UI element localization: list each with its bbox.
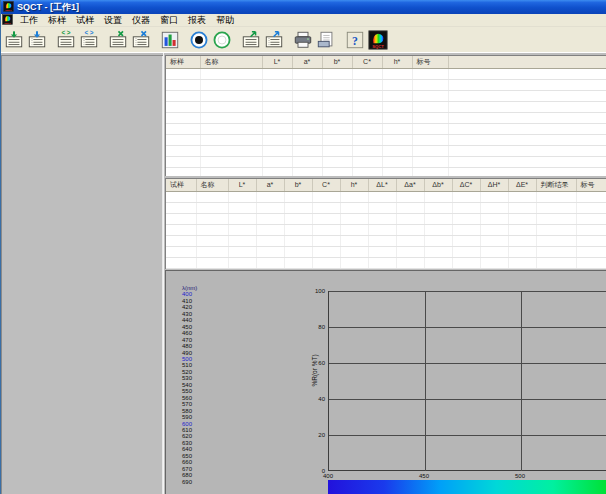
column-header[interactable]: 试样	[166, 179, 196, 191]
edit-standard-icon: < >	[56, 29, 76, 51]
column-header[interactable]: b*	[322, 56, 352, 68]
menu-item-sample[interactable]: 试样	[71, 14, 99, 27]
menu-item-report[interactable]: 报表	[183, 14, 211, 27]
menu-item-window[interactable]: 窗口	[155, 14, 183, 27]
wavelength-list: λ(nm)40041042043044045046047048049050051…	[182, 285, 197, 485]
samples-table: 试样名称L*a*b*C*h*ΔL*Δa*Δb*ΔC*ΔH*ΔE*判断结果标号	[165, 178, 606, 269]
column-header[interactable]: ΔC*	[452, 179, 480, 191]
table-row[interactable]	[166, 235, 606, 246]
column-header[interactable]: a*	[256, 179, 284, 191]
column-header[interactable]: L*	[262, 56, 292, 68]
application-window: SQCT SQCT - [工作1] SQCT 工作标样试样设置仪器窗口报表帮助 …	[0, 0, 606, 494]
add-standard-icon	[4, 29, 24, 51]
title-bar: SQCT SQCT - [工作1]	[1, 0, 606, 14]
wavelength-item[interactable]: 690	[182, 479, 197, 485]
print-preview-button[interactable]	[315, 29, 337, 51]
edit-sample-button[interactable]: < >	[78, 29, 100, 51]
delete-standard-button[interactable]	[107, 29, 129, 51]
measure-standard-icon	[189, 29, 209, 51]
window-title: SQCT - [工作1]	[17, 1, 79, 14]
navigation-panel	[1, 55, 163, 494]
wavelength-gradient-bar	[328, 480, 606, 494]
menu-item-help[interactable]: 帮助	[211, 14, 239, 27]
add-sample-button[interactable]	[26, 29, 48, 51]
edit-standard-button[interactable]: < >	[55, 29, 77, 51]
column-header[interactable]: h*	[382, 56, 412, 68]
column-header[interactable]: C*	[312, 179, 340, 191]
color-bars-button[interactable]	[159, 29, 181, 51]
column-header[interactable]: Δa*	[396, 179, 424, 191]
column-header[interactable]: L*	[228, 179, 256, 191]
delete-standard-icon	[108, 29, 128, 51]
measure-sample-icon	[212, 29, 232, 51]
table-row[interactable]	[166, 101, 606, 112]
column-header[interactable]: h*	[340, 179, 368, 191]
menu-bar: SQCT 工作标样试样设置仪器窗口报表帮助	[1, 14, 606, 27]
export-sample-button[interactable]	[263, 29, 285, 51]
column-header[interactable]: ΔL*	[368, 179, 396, 191]
table-row[interactable]	[166, 257, 606, 268]
column-header[interactable]: 标号	[576, 179, 606, 191]
column-header[interactable]: ΔH*	[480, 179, 508, 191]
menu-item-standard[interactable]: 标样	[43, 14, 71, 27]
menu-item-instrument[interactable]: 仪器	[127, 14, 155, 27]
table-row[interactable]	[166, 123, 606, 134]
menu-item-work[interactable]: 工作	[15, 14, 43, 27]
table-row[interactable]	[166, 145, 606, 156]
toolbar: < > < >	[1, 27, 606, 53]
data-area: 标样名称L*a*b*C*h*标号 试样名称L*a*b*C*h*ΔL*Δa*Δb*…	[163, 53, 606, 494]
menu-item-settings[interactable]: 设置	[99, 14, 127, 27]
help-icon: ?	[345, 29, 365, 51]
export-standard-button[interactable]	[240, 29, 262, 51]
print-icon	[293, 29, 313, 51]
print-button[interactable]	[292, 29, 314, 51]
table-row[interactable]	[166, 90, 606, 101]
column-header[interactable]: C*	[352, 56, 382, 68]
table-row[interactable]	[166, 191, 606, 202]
delete-sample-button[interactable]	[130, 29, 152, 51]
x-tick-label: 450	[419, 473, 429, 479]
svg-text:< >: < >	[61, 29, 70, 36]
y-tick-label: 100	[305, 288, 325, 294]
column-header[interactable]: ΔE*	[508, 179, 536, 191]
column-header[interactable]: 标号	[412, 56, 448, 68]
spectral-panel: λ(nm)40041042043044045046047048049050051…	[165, 270, 606, 494]
standards-table: 标样名称L*a*b*C*h*标号	[165, 55, 606, 176]
column-header[interactable]: Δb*	[424, 179, 452, 191]
measure-sample-button[interactable]	[211, 29, 233, 51]
add-sample-icon	[27, 29, 47, 51]
table-row[interactable]	[166, 68, 606, 79]
table-row[interactable]	[166, 167, 606, 176]
export-standard-icon	[241, 29, 261, 51]
svg-text:SQCT: SQCT	[4, 22, 11, 24]
table-row[interactable]	[166, 224, 606, 235]
table-row[interactable]	[166, 202, 606, 213]
delete-sample-icon	[131, 29, 151, 51]
y-tick-label: 60	[305, 360, 325, 366]
table-row[interactable]	[166, 246, 606, 257]
edit-sample-icon: < >	[79, 29, 99, 51]
column-header-filler	[448, 56, 606, 68]
table-row[interactable]	[166, 79, 606, 90]
table-row[interactable]	[166, 134, 606, 145]
measure-standard-button[interactable]	[188, 29, 210, 51]
column-header[interactable]: 判断结果	[536, 179, 576, 191]
sqct-logo-button[interactable]: SQCT	[367, 29, 389, 51]
x-tick-label: 400	[323, 473, 333, 479]
column-header[interactable]: a*	[292, 56, 322, 68]
color-bars-icon	[160, 29, 180, 51]
table-row[interactable]	[166, 213, 606, 224]
column-header[interactable]: 名称	[196, 179, 228, 191]
table-row[interactable]	[166, 156, 606, 167]
print-preview-icon	[316, 29, 336, 51]
svg-text:?: ?	[352, 33, 358, 47]
svg-text:< >: < >	[84, 29, 93, 36]
y-tick-label: 80	[305, 324, 325, 330]
export-sample-icon	[264, 29, 284, 51]
column-header[interactable]: 标样	[166, 56, 200, 68]
table-row[interactable]	[166, 112, 606, 123]
column-header[interactable]: 名称	[200, 56, 262, 68]
add-standard-button[interactable]	[3, 29, 25, 51]
column-header[interactable]: b*	[284, 179, 312, 191]
help-button[interactable]: ?	[344, 29, 366, 51]
